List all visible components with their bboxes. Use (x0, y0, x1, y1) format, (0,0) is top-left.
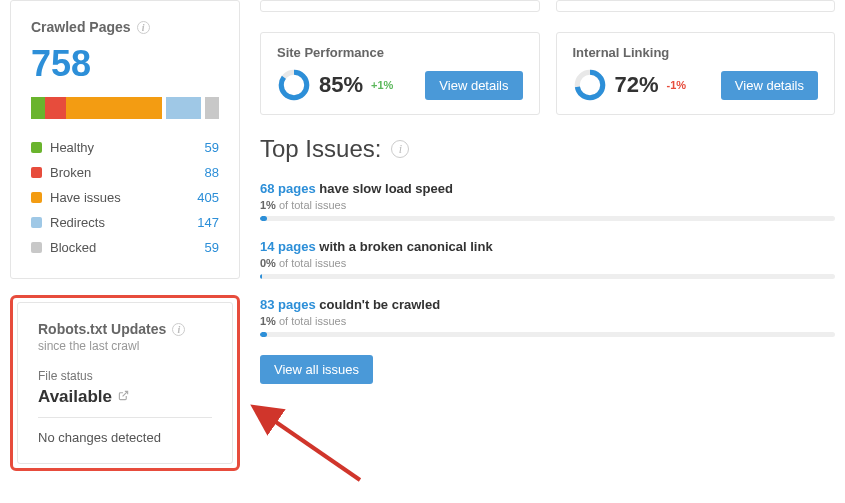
metric-value: 85% (319, 72, 363, 98)
view-details-button[interactable]: View details (425, 71, 522, 100)
internal-linking-card: Internal Linking 72% -1% View details (556, 32, 836, 115)
issue-row: 14 pages with a broken canonical link 0%… (260, 239, 835, 279)
donut-icon (573, 68, 607, 102)
info-icon[interactable]: i (391, 140, 409, 158)
legend-row[interactable]: Broken88 (31, 160, 219, 185)
metric-title: Internal Linking (573, 45, 819, 60)
crawled-total[interactable]: 758 (31, 43, 219, 85)
legend-row[interactable]: Redirects147 (31, 210, 219, 235)
robots-title: Robots.txt Updates (38, 321, 166, 337)
file-status-value[interactable]: Available (38, 387, 212, 418)
progress-bar (260, 216, 835, 221)
file-status-label: File status (38, 369, 212, 383)
issue-row: 68 pages have slow load speed 1% of tota… (260, 181, 835, 221)
legend-row[interactable]: Have issues405 (31, 185, 219, 210)
placeholder-card (556, 0, 836, 12)
site-performance-card: Site Performance 85% +1% View details (260, 32, 540, 115)
crawled-pages-title: Crawled Pages (31, 19, 131, 35)
progress-bar (260, 332, 835, 337)
info-icon[interactable]: i (137, 21, 150, 34)
progress-bar (260, 274, 835, 279)
robots-changes: No changes detected (38, 430, 212, 445)
crawled-pages-card: Crawled Pages i 758 Healthy59 Broken88 H… (10, 0, 240, 279)
metric-title: Site Performance (277, 45, 523, 60)
metric-delta: -1% (667, 79, 687, 91)
issue-link[interactable]: 83 pages (260, 297, 316, 312)
legend: Healthy59 Broken88 Have issues405 Redire… (31, 135, 219, 260)
view-all-issues-button[interactable]: View all issues (260, 355, 373, 384)
info-icon[interactable]: i (172, 323, 185, 336)
highlight-box: Robots.txt Updates i since the last craw… (10, 295, 240, 471)
donut-icon (277, 68, 311, 102)
top-issues-title: Top Issues: (260, 135, 381, 163)
issue-row: 83 pages couldn't be crawled 1% of total… (260, 297, 835, 337)
legend-row[interactable]: Blocked59 (31, 235, 219, 260)
robots-subtitle: since the last crawl (38, 339, 212, 353)
robots-card: Robots.txt Updates i since the last craw… (17, 302, 233, 464)
placeholder-card (260, 0, 540, 12)
crawled-bar (31, 97, 219, 119)
legend-row[interactable]: Healthy59 (31, 135, 219, 160)
issue-link[interactable]: 14 pages (260, 239, 316, 254)
metric-delta: +1% (371, 79, 393, 91)
issue-link[interactable]: 68 pages (260, 181, 316, 196)
svg-line-0 (123, 391, 128, 396)
external-link-icon (118, 390, 129, 404)
view-details-button[interactable]: View details (721, 71, 818, 100)
metric-value: 72% (615, 72, 659, 98)
